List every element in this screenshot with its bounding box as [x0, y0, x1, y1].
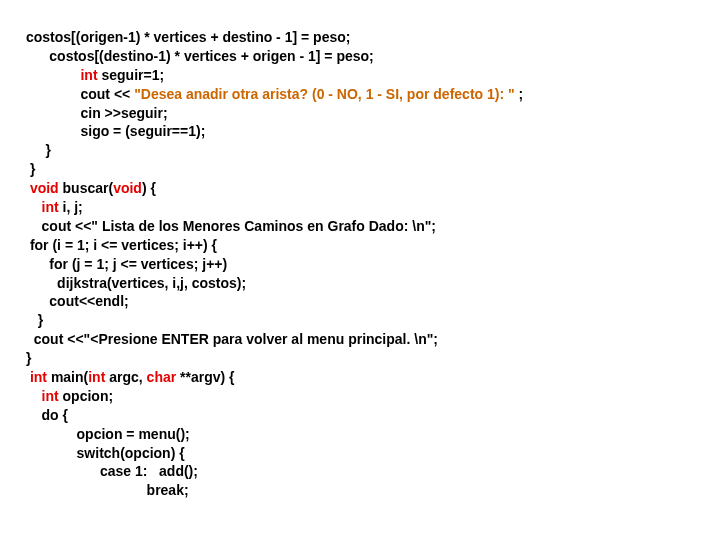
string-literal: "Desea anadir otra arista? (0 - NO, 1 - …	[134, 86, 514, 102]
code-line: cout <<"<Presione ENTER para volver al m…	[26, 330, 720, 349]
keyword-int: int	[42, 199, 59, 215]
code-line: void buscar(void) {	[26, 179, 720, 198]
code-line: cout<<endl;	[26, 292, 720, 311]
keyword-int: int	[30, 369, 47, 385]
code-line: opcion = menu();	[26, 425, 720, 444]
code-line: sigo = (seguir==1);	[26, 122, 720, 141]
code-line: }	[26, 311, 720, 330]
keyword-int: int	[80, 67, 97, 83]
code-line: for (j = 1; j <= vertices; j++)	[26, 255, 720, 274]
code-line: case 1: add();	[26, 462, 720, 481]
code-line: do {	[26, 406, 720, 425]
code-line: dijkstra(vertices, i,j, costos);	[26, 274, 720, 293]
code-line: for (i = 1; i <= vertices; i++) {	[26, 236, 720, 255]
keyword-int: int	[88, 369, 105, 385]
code-line: cout << "Desea anadir otra arista? (0 - …	[26, 85, 720, 104]
code-line: switch(opcion) {	[26, 444, 720, 463]
code-line: }	[26, 141, 720, 160]
code-line: int main(int argc, char **argv) {	[26, 368, 720, 387]
keyword-int: int	[42, 388, 59, 404]
keyword-void: void	[113, 180, 142, 196]
code-line: cout <<" Lista de los Menores Caminos en…	[26, 217, 720, 236]
code-slide: costos[(origen-1) * vertices + destino -…	[26, 28, 720, 500]
code-line: break;	[26, 481, 720, 500]
keyword-void: void	[30, 180, 59, 196]
code-line: int opcion;	[26, 387, 720, 406]
code-line: costos[(destino-1) * vertices + origen -…	[26, 47, 720, 66]
code-line: int i, j;	[26, 198, 720, 217]
keyword-char: char	[147, 369, 177, 385]
code-line: costos[(origen-1) * vertices + destino -…	[26, 28, 720, 47]
code-line: }	[26, 349, 720, 368]
code-line: int seguir=1;	[26, 66, 720, 85]
code-line: }	[26, 160, 720, 179]
code-line: cin >>seguir;	[26, 104, 720, 123]
